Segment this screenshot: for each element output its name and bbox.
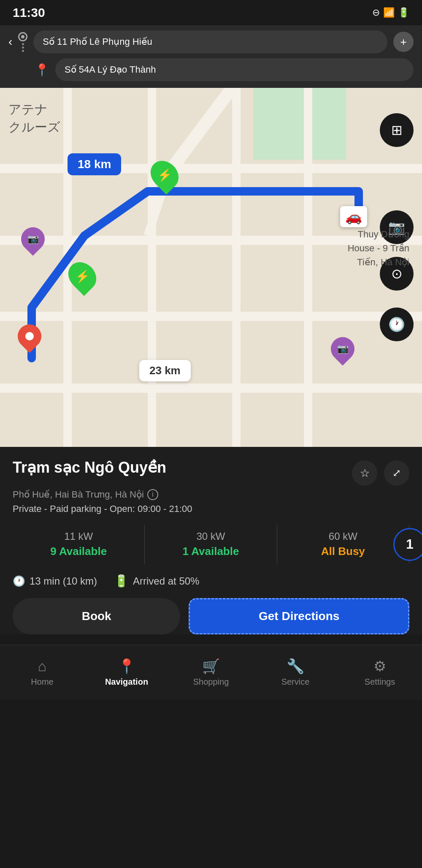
nav-settings-label: Settings bbox=[365, 677, 395, 687]
power-11kw: 11 kW 9 Available bbox=[13, 525, 145, 564]
action-buttons: Book Get Directions bbox=[13, 598, 409, 634]
get-directions-button[interactable]: Get Directions bbox=[189, 598, 409, 634]
power-30kw: 30 kW 1 Available bbox=[145, 525, 277, 564]
nav-home-label: Home bbox=[31, 677, 53, 687]
map-area[interactable]: アテナ クルーズ 18 km 23 km ⚡ ⚡ 🚗 📷 📷 bbox=[0, 88, 422, 447]
origin-row: ‹ Số 11 Phố Lê Phụng Hiếu + bbox=[8, 30, 414, 53]
clock-icon: 🕐 bbox=[388, 316, 405, 332]
history-button[interactable]: 🕐 bbox=[380, 307, 414, 341]
nav-navigation[interactable]: 📍 Navigation bbox=[84, 653, 169, 691]
home-icon: ⌂ bbox=[38, 658, 47, 675]
travel-time-item: 🕐 13 min (10 km) bbox=[13, 575, 97, 587]
place-label: Thuy DươngHouse - 9 TrầnTiến, Hà Nội bbox=[348, 227, 409, 269]
car-marker: 🚗 bbox=[340, 206, 367, 227]
plus-button[interactable]: + bbox=[393, 32, 414, 52]
nav-settings[interactable]: ⚙ Settings bbox=[338, 653, 422, 691]
status-bar: 11:30 ⊖ 📶 🔋 bbox=[0, 0, 422, 25]
nav-service-label: Service bbox=[281, 677, 310, 687]
signal-icon: 📶 bbox=[383, 7, 395, 18]
navigation-icon: 📍 bbox=[118, 658, 135, 675]
nav-shopping-label: Shopping bbox=[193, 677, 229, 687]
nav-home[interactable]: ⌂ Home bbox=[0, 654, 84, 691]
search-area: ‹ Số 11 Phố Lê Phụng Hiếu + 📍 Số 54A Lý … bbox=[0, 25, 422, 88]
bubble-badge: 1 bbox=[393, 528, 422, 561]
camera-marker-left[interactable]: 📷 bbox=[21, 227, 45, 251]
nav-navigation-label: Navigation bbox=[105, 677, 148, 687]
destination-input[interactable]: Số 54A Lý Đạo Thành bbox=[55, 58, 414, 81]
battery-icon: 🔋 bbox=[398, 7, 409, 18]
card-header: Trạm sạc Ngô Quyền ☆ ⤢ bbox=[13, 459, 409, 486]
nav-shopping[interactable]: 🛒 Shopping bbox=[169, 653, 253, 691]
clock-icon: 🕐 bbox=[13, 575, 25, 587]
japanese-label: アテナ クルーズ bbox=[8, 101, 60, 136]
destination-row: 📍 Số 54A Lý Đạo Thành bbox=[8, 58, 414, 81]
bottom-card: Trạm sạc Ngô Quyền ☆ ⤢ Phố Huế, Hai Bà T… bbox=[0, 447, 422, 634]
status-icons: ⊖ 📶 🔋 bbox=[372, 7, 409, 18]
origin-input[interactable]: Số 11 Phố Lê Phụng Hiếu bbox=[33, 30, 387, 53]
service-icon: 🔧 bbox=[287, 658, 304, 675]
layers-icon: ⊞ bbox=[391, 122, 403, 138]
camera-marker-right[interactable]: 📷 bbox=[331, 337, 354, 361]
shopping-icon: 🛒 bbox=[202, 658, 220, 675]
svg-rect-9 bbox=[304, 88, 312, 447]
back-button[interactable]: ‹ bbox=[8, 35, 12, 49]
card-title: Trạm sạc Ngô Quyền bbox=[13, 459, 166, 476]
share-button[interactable]: ⤢ bbox=[384, 460, 409, 486]
dnd-icon: ⊖ bbox=[372, 7, 380, 18]
card-actions: ☆ ⤢ bbox=[352, 460, 409, 486]
svg-rect-8 bbox=[232, 88, 241, 447]
origin-icon-group bbox=[18, 32, 27, 52]
status-time: 11:30 bbox=[13, 5, 45, 20]
info-icon[interactable]: i bbox=[147, 489, 158, 500]
svg-rect-7 bbox=[148, 88, 156, 447]
info-row: 🕐 13 min (10 km) 🔋 Arrived at 50% bbox=[13, 574, 409, 588]
favorite-button[interactable]: ☆ bbox=[352, 460, 377, 486]
svg-rect-1 bbox=[253, 88, 346, 160]
book-button[interactable]: Book bbox=[13, 598, 180, 634]
nav-service[interactable]: 🔧 Service bbox=[253, 653, 338, 691]
card-details: Private - Paid parking - Open: 09:00 - 2… bbox=[13, 503, 409, 514]
power-60kw: 60 kW All Busy bbox=[277, 525, 409, 564]
origin-pin-marker[interactable] bbox=[18, 324, 41, 348]
green-marker-bottom[interactable]: ⚡ bbox=[70, 261, 95, 291]
share-icon: ⤢ bbox=[392, 467, 401, 479]
green-marker-top[interactable]: ⚡ bbox=[152, 160, 177, 190]
layers-button[interactable]: ⊞ bbox=[380, 113, 414, 147]
distance-badge-18km: 18 km bbox=[68, 153, 121, 175]
card-address: Phố Huế, Hai Bà Trưng, Hà Nội i bbox=[13, 489, 409, 500]
bottom-navigation: ⌂ Home 📍 Navigation 🛒 Shopping 🔧 Service… bbox=[0, 645, 422, 699]
power-grid: 11 kW 9 Available 30 kW 1 Available 60 k… bbox=[13, 525, 409, 564]
battery-icon: 🔋 bbox=[114, 574, 129, 588]
destination-pin-icon: 📍 bbox=[35, 63, 49, 77]
battery-item: 🔋 Arrived at 50% bbox=[114, 574, 199, 588]
settings-icon: ⚙ bbox=[373, 658, 386, 675]
distance-badge-23km: 23 km bbox=[139, 360, 191, 381]
